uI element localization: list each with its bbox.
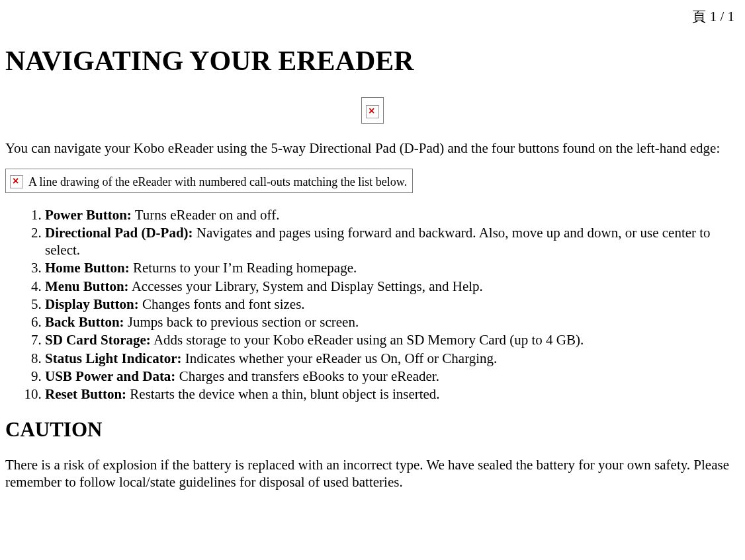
feature-list: Power Button: Turns eReader on and off. … bbox=[5, 206, 740, 403]
item-title: Display Button: bbox=[45, 296, 139, 312]
list-item: Reset Button: Restarts the device when a… bbox=[45, 385, 740, 403]
list-item: Power Button: Turns eReader on and off. bbox=[45, 206, 740, 223]
item-desc: Indicates whether your eReader us On, Of… bbox=[182, 350, 498, 366]
broken-image-icon bbox=[366, 105, 379, 118]
list-item: Home Button: Returns to your I’m Reading… bbox=[45, 259, 740, 276]
item-title: Power Button: bbox=[45, 207, 132, 223]
broken-image-caption: A line drawing of the eReader with numbe… bbox=[28, 175, 407, 188]
page-title: NAVIGATING YOUR EREADER bbox=[5, 44, 740, 79]
item-desc: Charges and transfers eBooks to your eRe… bbox=[175, 368, 439, 384]
item-desc: Returns to your I’m Reading homepage. bbox=[130, 260, 357, 276]
item-desc: Jumps back to previous section or screen… bbox=[124, 314, 359, 330]
list-item: Back Button: Jumps back to previous sect… bbox=[45, 313, 740, 331]
broken-image-box bbox=[361, 97, 384, 124]
item-title: Reset Button: bbox=[45, 386, 126, 402]
item-desc: Restarts the device when a thin, blunt o… bbox=[126, 386, 440, 402]
list-item: Status Light Indicator: Indicates whethe… bbox=[45, 350, 740, 367]
image-placeholder-centered bbox=[5, 97, 740, 124]
item-desc: Accesses your Library, System and Displa… bbox=[129, 278, 483, 294]
item-title: USB Power and Data: bbox=[45, 368, 175, 384]
list-item: Display Button: Changes fonts and font s… bbox=[45, 296, 740, 313]
caution-paragraph: There is a risk of explosion if the batt… bbox=[5, 456, 740, 491]
list-item: Directional Pad (D-Pad): Navigates and p… bbox=[45, 224, 740, 259]
list-item: Menu Button: Accesses your Library, Syst… bbox=[45, 278, 740, 295]
item-desc: Turns eReader on and off. bbox=[132, 207, 280, 223]
item-title: SD Card Storage: bbox=[45, 332, 151, 348]
list-item: SD Card Storage: Adds storage to your Ko… bbox=[45, 331, 740, 348]
item-title: Menu Button: bbox=[45, 278, 129, 294]
list-item: USB Power and Data: Charges and transfer… bbox=[45, 368, 740, 385]
item-title: Status Light Indicator: bbox=[45, 350, 182, 366]
intro-paragraph: You can navigate your Kobo eReader using… bbox=[5, 140, 740, 157]
broken-image-icon bbox=[10, 175, 23, 188]
page-indicator: 頁 1 / 1 bbox=[5, 5, 740, 25]
caution-heading: CAUTION bbox=[5, 417, 740, 443]
item-desc: Adds storage to your Kobo eReader using … bbox=[151, 332, 584, 348]
item-desc: Changes fonts and font sizes. bbox=[139, 296, 305, 312]
item-title: Back Button: bbox=[45, 314, 124, 330]
image-placeholder-with-caption: A line drawing of the eReader with numbe… bbox=[5, 169, 413, 192]
item-title: Directional Pad (D-Pad): bbox=[45, 225, 193, 241]
item-title: Home Button: bbox=[45, 260, 130, 276]
